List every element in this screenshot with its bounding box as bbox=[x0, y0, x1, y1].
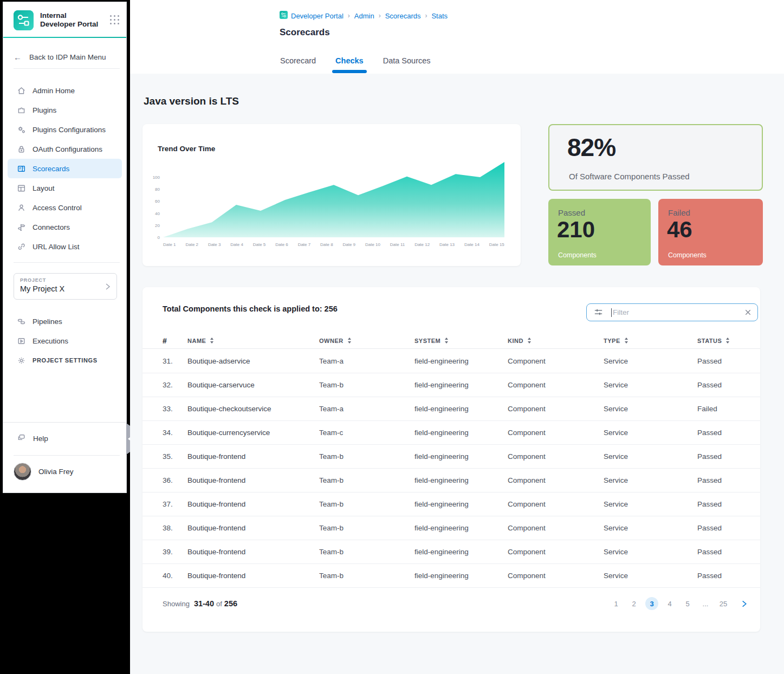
sidebar-item-plugins-configurations[interactable]: Plugins Configurations bbox=[8, 120, 122, 139]
sidebar: Internal Developer Portal ← Back to IDP … bbox=[3, 2, 127, 493]
sidebar-item-scorecards[interactable]: Scorecards bbox=[8, 159, 122, 178]
table-row: 39.Boutique-frontendTeam-bfield-engineer… bbox=[142, 540, 760, 564]
chevron-right-icon: › bbox=[348, 12, 350, 20]
cell-owner: Team-b bbox=[319, 524, 414, 532]
y-tick-label: 40 bbox=[155, 211, 160, 216]
user-menu[interactable]: Olivia Frey bbox=[14, 463, 74, 481]
column-label: SYSTEM bbox=[414, 338, 440, 344]
sidebar-item-admin-home[interactable]: Admin Home bbox=[8, 81, 122, 100]
tab-scorecard[interactable]: Scorecard bbox=[280, 56, 316, 74]
sidebar-item-label: Pipelines bbox=[33, 317, 62, 326]
failed-card: Failed 46 Components bbox=[658, 199, 763, 265]
cell-system: field-engineering bbox=[414, 548, 508, 556]
chevron-right-icon: › bbox=[379, 12, 381, 20]
filter-input[interactable]: Filter bbox=[586, 303, 758, 321]
y-tick-label: 60 bbox=[155, 199, 160, 204]
sidebar-item-oauth-configurations[interactable]: OAuth Configurations bbox=[8, 139, 122, 159]
column-header-kind[interactable]: KIND bbox=[508, 338, 604, 344]
sidebar-item-label: Layout bbox=[33, 184, 55, 192]
sidebar-item-label: Plugins bbox=[33, 106, 56, 114]
sidebar-item-access-control[interactable]: Access Control bbox=[8, 198, 122, 217]
x-tick-label: Date 14 bbox=[464, 242, 480, 247]
x-tick-label: Date 13 bbox=[439, 242, 455, 247]
sort-up-arrow bbox=[348, 338, 351, 340]
x-tick-label: Date 15 bbox=[489, 242, 504, 247]
cell-kind: Component bbox=[508, 572, 604, 580]
arrow-left-icon: ← bbox=[14, 53, 22, 62]
cell-type: Service bbox=[604, 405, 697, 413]
sort-icon[interactable] bbox=[528, 338, 531, 344]
sort-icon[interactable] bbox=[348, 338, 351, 344]
divider bbox=[14, 455, 120, 456]
pagination-page[interactable]: 1 bbox=[610, 597, 623, 610]
filter-sliders-icon bbox=[593, 307, 604, 317]
table-title: Total Components this check is applied t… bbox=[163, 304, 338, 313]
sort-icon[interactable] bbox=[726, 338, 729, 344]
pagination-next-button[interactable] bbox=[740, 600, 748, 608]
help-label: Help bbox=[33, 435, 48, 443]
pagination: 12345...25 bbox=[610, 597, 748, 610]
pagination-page[interactable]: 4 bbox=[663, 597, 676, 610]
column-header-status[interactable]: STATUS bbox=[697, 338, 760, 344]
sidebar-item-label: URL Allow List bbox=[33, 243, 80, 251]
cell-name: Boutique-frontend bbox=[187, 524, 319, 532]
tab-data-sources[interactable]: Data Sources bbox=[383, 56, 431, 74]
sidebar-item-url-allow-list[interactable]: URL Allow List bbox=[8, 237, 122, 256]
cell-type: Service bbox=[604, 381, 697, 389]
breadcrumb-link[interactable]: Stats bbox=[431, 12, 448, 20]
cell-index: 40. bbox=[163, 572, 187, 580]
column-header-system[interactable]: SYSTEM bbox=[414, 338, 508, 344]
cell-system: field-engineering bbox=[414, 572, 508, 580]
table-row: 36.Boutique-frontendTeam-bfield-engineer… bbox=[142, 469, 760, 492]
sidebar-item-label: Admin Home bbox=[33, 87, 75, 95]
pagination-page[interactable]: 25 bbox=[717, 597, 730, 610]
cell-index: 31. bbox=[163, 357, 187, 365]
breadcrumb-text: Admin bbox=[354, 12, 374, 20]
table-row: 37.Boutique-frontendTeam-bfield-engineer… bbox=[142, 492, 760, 516]
sidebar-item-pipelines[interactable]: Pipelines bbox=[8, 312, 122, 331]
breadcrumb-link[interactable]: Scorecards bbox=[385, 12, 421, 20]
sidebar-item-project-settings[interactable]: PROJECT SETTINGS bbox=[8, 351, 122, 370]
brand-title: Internal Developer Portal bbox=[40, 11, 98, 29]
divider bbox=[3, 422, 126, 423]
gear-icon bbox=[17, 356, 26, 365]
passed-unit: Components bbox=[558, 251, 597, 259]
breadcrumb-text: Scorecards bbox=[385, 12, 421, 20]
close-icon[interactable] bbox=[744, 308, 752, 316]
cell-type: Service bbox=[604, 500, 697, 508]
column-header-name[interactable]: NAME bbox=[187, 338, 319, 344]
x-tick-label: Date 11 bbox=[390, 242, 405, 247]
passed-value: 210 bbox=[557, 217, 595, 243]
breadcrumb-text: Developer Portal bbox=[291, 12, 344, 20]
breadcrumb-link[interactable]: Developer Portal bbox=[280, 11, 344, 21]
cell-type: Service bbox=[604, 476, 697, 484]
sort-icon[interactable] bbox=[445, 338, 448, 344]
pagination-page[interactable]: 3 bbox=[645, 597, 658, 610]
breadcrumb-link[interactable]: Admin bbox=[354, 12, 374, 20]
link-icon bbox=[17, 242, 26, 251]
table-body: 31.Boutique-adserviceTeam-afield-enginee… bbox=[142, 349, 760, 588]
tab-checks[interactable]: Checks bbox=[335, 56, 364, 74]
sidebar-item-executions[interactable]: Executions bbox=[8, 331, 122, 351]
column-header-type[interactable]: TYPE bbox=[604, 338, 697, 344]
cell-name: Boutique-checkoutservice bbox=[187, 405, 319, 413]
sort-icon[interactable] bbox=[210, 338, 213, 344]
back-to-idp-link[interactable]: ← Back to IDP Main Menu bbox=[14, 51, 106, 63]
pagination-page[interactable]: 5 bbox=[681, 597, 694, 610]
cell-name: Boutique-adservice bbox=[187, 357, 319, 365]
help-link[interactable]: Help bbox=[17, 430, 48, 446]
sidebar-item-layout[interactable]: Layout bbox=[8, 178, 122, 198]
cell-system: field-engineering bbox=[414, 476, 508, 484]
app-grid-icon[interactable] bbox=[109, 14, 121, 26]
pagination-page[interactable]: 2 bbox=[627, 597, 640, 610]
project-label: PROJECT bbox=[20, 277, 111, 283]
sort-icon[interactable] bbox=[625, 338, 628, 344]
project-selector[interactable]: PROJECT My Project X bbox=[14, 273, 117, 300]
brand-divider bbox=[3, 37, 126, 38]
column-header-owner[interactable]: OWNER bbox=[319, 338, 414, 344]
sidebar-item-plugins[interactable]: Plugins bbox=[8, 100, 122, 120]
sort-down-arrow bbox=[348, 341, 351, 344]
cell-type: Service bbox=[604, 572, 697, 580]
cell-status: Passed bbox=[697, 429, 760, 437]
sidebar-item-connectors[interactable]: Connectors bbox=[8, 217, 122, 237]
